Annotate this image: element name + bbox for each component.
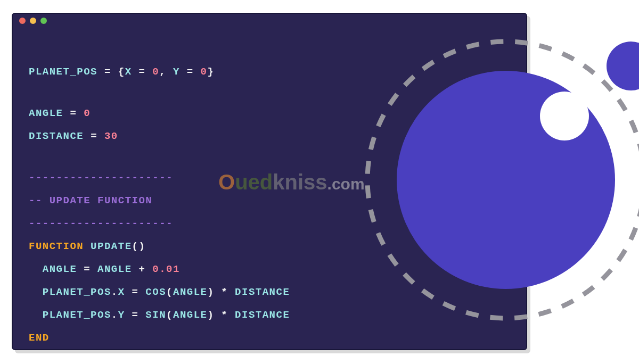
code-line: planet_pos.y = sin(angle) * distance (29, 309, 510, 321)
code-line: angle = angle + 0.01 (29, 263, 510, 276)
comment-separator: --------------------- (29, 217, 510, 230)
code-line: distance = 30 (29, 130, 510, 143)
maximize-icon[interactable] (40, 18, 47, 24)
minimize-icon[interactable] (30, 18, 36, 24)
comment-separator: --------------------- (29, 171, 510, 184)
code-line: function update() (29, 240, 510, 253)
code-area[interactable]: planet_pos = {x = 0, y = 0} angle = 0 di… (13, 28, 526, 350)
code-line: end (29, 332, 510, 344)
blank-line (29, 88, 510, 97)
blank-line (29, 153, 510, 161)
close-icon[interactable] (19, 18, 26, 24)
window-titlebar (13, 14, 526, 28)
code-line: planet_pos.x = cos(angle) * distance (29, 286, 510, 299)
code-editor-window: planet_pos = {x = 0, y = 0} angle = 0 di… (12, 13, 527, 350)
code-line: planet_pos = {x = 0, y = 0} (29, 65, 510, 78)
planet-highlight-icon (540, 92, 589, 140)
planet-moon-icon (607, 42, 639, 90)
code-line: angle = 0 (29, 107, 510, 120)
comment-line: -- update function (29, 194, 510, 207)
